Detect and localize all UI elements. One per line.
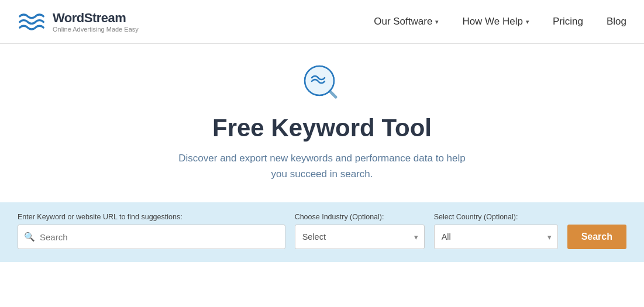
country-label: Select Country (Optional): <box>434 213 558 221</box>
nav-item-blog[interactable]: Blog <box>607 16 626 27</box>
logo-link[interactable]: WordStream Online Advertising Made Easy <box>18 11 139 33</box>
nav-label-how-we-help: How We Help <box>462 16 523 27</box>
site-header: WordStream Online Advertising Made Easy … <box>0 0 644 44</box>
nav-label-our-software: Our Software <box>374 16 432 27</box>
page-title: Free Keyword Tool <box>212 114 432 142</box>
nav-item-pricing[interactable]: Pricing <box>553 16 583 27</box>
logo-text-group: WordStream Online Advertising Made Easy <box>53 11 139 33</box>
svg-line-1 <box>330 91 336 97</box>
page-subtitle: Discover and export new keywords and per… <box>178 150 465 182</box>
industry-select[interactable]: Select <box>295 225 424 249</box>
nav-label-pricing: Pricing <box>553 16 583 27</box>
nav-label-blog: Blog <box>607 16 626 27</box>
chevron-down-icon: ▾ <box>526 18 529 26</box>
keyword-label: Enter Keyword or website URL to find sug… <box>18 213 285 221</box>
industry-select-wrapper: Select ▾ <box>295 225 425 249</box>
keyword-field-group: Enter Keyword or website URL to find sug… <box>18 213 285 249</box>
country-field-group: Select Country (Optional): All ▾ <box>434 213 558 249</box>
search-icon: 🔍 <box>24 232 35 242</box>
main-content: Free Keyword Tool Discover and export ne… <box>0 44 644 202</box>
main-nav: Our Software ▾ How We Help ▾ Pricing Blo… <box>374 16 626 27</box>
keyword-input[interactable] <box>40 232 279 242</box>
search-section: Enter Keyword or website URL to find sug… <box>0 202 644 262</box>
industry-field-group: Choose Industry (Optional): Select ▾ <box>295 213 425 249</box>
keyword-tool-icon <box>299 61 346 108</box>
industry-label: Choose Industry (Optional): <box>295 213 425 221</box>
logo-tagline: Online Advertising Made Easy <box>53 26 139 33</box>
country-select-wrapper: All ▾ <box>434 225 558 249</box>
logo-waves-icon <box>18 12 47 32</box>
nav-item-our-software[interactable]: Our Software ▾ <box>374 16 439 27</box>
chevron-down-icon: ▾ <box>435 18 439 26</box>
nav-item-how-we-help[interactable]: How We Help ▾ <box>462 16 529 27</box>
search-button[interactable]: Search <box>567 225 626 249</box>
country-select[interactable]: All <box>435 225 557 249</box>
logo-name: WordStream <box>53 11 139 26</box>
keyword-input-wrapper: 🔍 <box>18 225 285 249</box>
